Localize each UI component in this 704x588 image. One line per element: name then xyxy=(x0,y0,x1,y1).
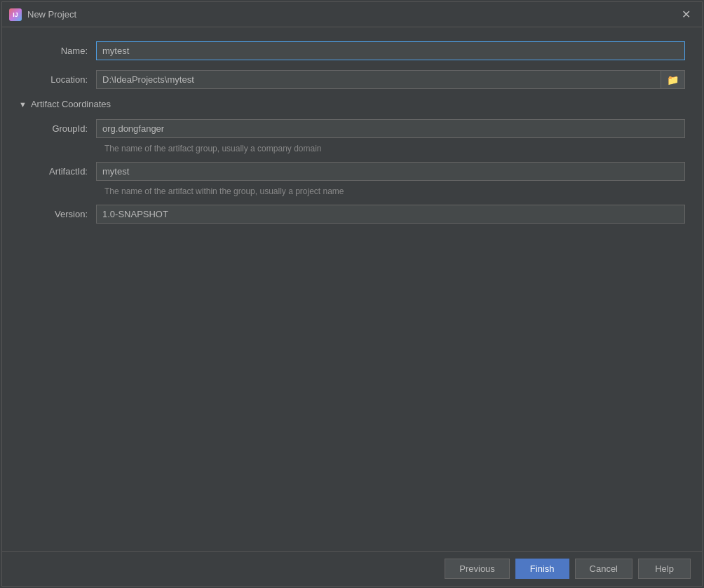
dialog-footer: Previous Finish Cancel Help xyxy=(2,551,702,586)
finish-button[interactable]: Finish xyxy=(515,559,569,579)
version-input[interactable] xyxy=(96,205,685,224)
artifactid-input[interactable] xyxy=(96,162,685,181)
cancel-button[interactable]: Cancel xyxy=(575,559,632,579)
groupid-label: GroupId: xyxy=(19,123,96,134)
location-row: Location: 📁 xyxy=(19,70,685,89)
collapse-arrow-icon[interactable]: ▼ xyxy=(19,100,27,109)
title-bar: IJ New Project ✕ xyxy=(2,2,702,27)
location-input[interactable] xyxy=(96,70,661,89)
name-row: Name: xyxy=(19,41,685,60)
help-button[interactable]: Help xyxy=(638,559,691,579)
groupid-input[interactable] xyxy=(96,119,685,138)
location-label: Location: xyxy=(19,74,96,85)
browse-button[interactable]: 📁 xyxy=(661,70,685,89)
location-input-group: 📁 xyxy=(96,70,685,89)
artifactid-label: ArtifactId: xyxy=(19,166,96,177)
groupid-row: GroupId: xyxy=(19,119,685,138)
folder-icon: 📁 xyxy=(667,74,679,86)
name-label: Name: xyxy=(19,46,96,56)
new-project-dialog: IJ New Project ✕ Name: Location: 📁 ▼ Art… xyxy=(1,1,703,587)
version-row: Version: xyxy=(19,205,685,224)
close-button[interactable]: ✕ xyxy=(677,8,695,22)
groupid-hint: The name of the artifact group, usually … xyxy=(104,144,685,153)
artifact-section-title: Artifact Coordinates xyxy=(31,99,111,109)
dialog-content: Name: Location: 📁 ▼ Artifact Coordinates… xyxy=(2,27,702,551)
version-label: Version: xyxy=(19,209,96,219)
title-bar-left: IJ New Project xyxy=(9,8,76,21)
artifactid-hint: The name of the artifact within the grou… xyxy=(104,186,685,196)
previous-button[interactable]: Previous xyxy=(445,559,510,579)
app-icon: IJ xyxy=(9,8,22,21)
name-input[interactable] xyxy=(96,41,685,60)
dialog-title: New Project xyxy=(27,9,76,20)
artifact-section-header: ▼ Artifact Coordinates xyxy=(19,99,685,109)
artifactid-row: ArtifactId: xyxy=(19,162,685,181)
